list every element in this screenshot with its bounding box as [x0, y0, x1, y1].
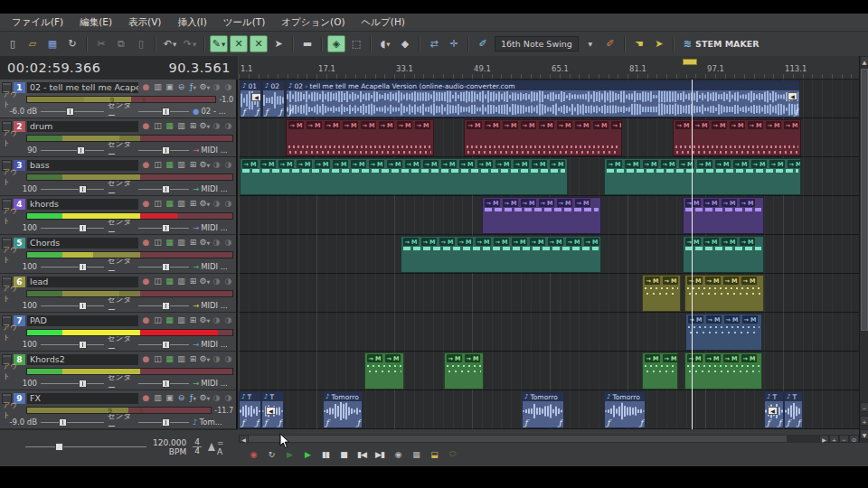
volume-slider[interactable] — [41, 302, 104, 310]
tempo-slider[interactable] — [25, 443, 146, 451]
step-sequencer-icon[interactable]: ⊞ — [187, 353, 199, 365]
step-sequencer-icon[interactable]: ⊞ — [187, 314, 199, 326]
fx-icon[interactable]: ƒ▼ — [187, 392, 199, 405]
freeze-icon[interactable]: ◑ — [211, 81, 222, 93]
menu-item[interactable]: ツール(T) — [215, 16, 274, 29]
menu-item[interactable]: ファイル(F) — [4, 16, 71, 29]
midi-clip[interactable]: → M→ M→ M→ M→ M→ M — [482, 197, 601, 234]
chevron-down-icon[interactable]: ▼ — [581, 35, 599, 52]
midi-output-icon[interactable]: ▦ — [164, 198, 175, 210]
track-header[interactable]: 2drum●◫▦▥⊞⚙▼◑◑アウト90センター→MIDI ... — [0, 118, 236, 157]
track-routing[interactable]: →MIDI ... — [193, 301, 238, 310]
step-sequencer-icon[interactable]: ⊞ — [187, 276, 199, 287]
track-name[interactable]: PAD — [27, 315, 138, 326]
volume-value[interactable]: 100 — [3, 301, 37, 310]
fade-in-icon[interactable]: ƒ — [242, 108, 245, 117]
piano-roll-icon[interactable]: ▥ — [175, 314, 187, 326]
pan-slider-thumb[interactable] — [162, 263, 170, 271]
volume-value[interactable]: 100 — [3, 184, 37, 193]
track-name[interactable]: khords — [27, 199, 138, 210]
audio-clip[interactable]: ♪Tomorroƒƒ — [522, 391, 564, 428]
track-name[interactable]: bass — [27, 160, 138, 171]
track-header[interactable]: 7PAD●◫▦▥⊞⚙▼◑◑アウト100センター→MIDI ... — [0, 313, 236, 352]
volume-value[interactable]: 100 — [3, 379, 37, 388]
open-project-button[interactable]: ▱ — [24, 35, 42, 52]
marker-button[interactable]: ⬭ — [445, 447, 459, 461]
record-arm-icon[interactable]: ● — [140, 276, 152, 287]
phase-icon[interactable]: ▣ — [164, 81, 175, 93]
selection-tool-button[interactable]: ➤ — [269, 35, 288, 52]
loop-region-button[interactable]: ⬓ — [427, 447, 441, 461]
fade-in-icon[interactable]: ƒ — [264, 418, 267, 427]
audio-clip[interactable]: ♪Tƒƒ — [239, 391, 261, 428]
midi-clip[interactable]: → M→ M→ M→ M→ M→ M→ M→ M→ M→ M→ M — [401, 236, 601, 273]
volume-slider[interactable] — [41, 380, 104, 388]
freeze-icon[interactable]: ◑ — [211, 120, 222, 132]
track-settings-icon[interactable]: ⚙▼ — [199, 353, 211, 366]
volume-slider[interactable] — [41, 224, 104, 232]
volume-slider[interactable] — [41, 185, 104, 193]
bus-assign-icon[interactable]: ◑ — [222, 353, 234, 365]
undo-button[interactable]: ↶▼ — [161, 35, 179, 52]
track-settings-icon[interactable]: ⚙▼ — [199, 314, 211, 327]
track-routing[interactable]: ♪Tom... — [193, 418, 238, 427]
fade-in-icon[interactable]: ƒ — [607, 418, 609, 427]
fade-out-icon[interactable]: ƒ — [559, 418, 561, 427]
step-sequencer-icon[interactable]: ⊞ — [187, 198, 199, 210]
zoom-out-track-button[interactable]: − — [860, 402, 868, 412]
scroll-up-button[interactable]: ▲ — [860, 56, 868, 66]
menu-item[interactable]: 表示(V) — [120, 16, 169, 29]
go-to-start-button[interactable]: ▮◀ — [354, 447, 369, 461]
fade-out-icon[interactable]: ƒ — [795, 108, 797, 117]
fade-out-icon[interactable]: ƒ — [778, 418, 781, 427]
track-header[interactable]: 4khords●◫▦▥⊞⚙▼◑◑アウト100センター→MIDI ... — [0, 196, 236, 235]
loop-marker[interactable] — [683, 59, 697, 65]
track-settings-icon[interactable]: ⚙▼ — [199, 120, 211, 133]
menu-item[interactable]: オプション(O) — [273, 16, 353, 29]
scroll-left-button[interactable]: ◀ — [239, 435, 249, 443]
vertical-scrollbar[interactable]: ▲−+▼ — [859, 56, 868, 443]
track-header[interactable]: 3bass●◫▦▥⊞⚙▼◑◑アウト100センター→MIDI ... — [0, 157, 236, 196]
fade-in-icon[interactable]: ƒ — [265, 108, 268, 117]
menu-item[interactable]: 編集(E) — [71, 16, 120, 29]
mute-icon[interactable]: ⊖ — [175, 392, 187, 404]
refresh-button[interactable]: ↻ — [63, 35, 81, 52]
draw-tool-button[interactable]: ✎▼ — [210, 35, 228, 52]
audio-clip[interactable]: ♪Tomorroƒƒ — [323, 391, 363, 428]
volume-value[interactable]: -9.0 dB — [3, 418, 37, 427]
drum-grid-icon[interactable]: ◫ — [152, 353, 164, 365]
piano-roll-icon[interactable]: ▥ — [175, 159, 187, 171]
volume-slider-thumb[interactable] — [79, 302, 87, 310]
midi-clip[interactable]: → M→ M→ M→ M — [684, 275, 764, 312]
bpm-value[interactable]: 120.000 — [153, 438, 186, 447]
snap-magnet-button[interactable]: ◖▼ — [376, 35, 394, 52]
volume-slider-thumb[interactable] — [79, 224, 87, 232]
horizontal-scrollbar[interactable]: ◀▶+−⊙ — [239, 435, 859, 443]
track-name[interactable]: drum — [27, 121, 138, 132]
track-name[interactable]: Chords — [27, 238, 138, 249]
audio-clip[interactable]: ♪02 - tell me tell me Acapella Version (… — [286, 80, 800, 117]
midi-clip[interactable]: → M→ M→ M→ M — [683, 197, 764, 234]
midi-clip[interactable]: → M→ M — [642, 352, 678, 389]
pan-slider[interactable] — [138, 185, 189, 193]
volume-value[interactable]: 90 — [3, 145, 37, 155]
fade-in-icon[interactable]: ƒ — [326, 418, 328, 427]
freeze-icon[interactable]: ◑ — [211, 198, 222, 210]
pan-slider[interactable] — [138, 418, 189, 427]
pan-slider[interactable] — [138, 146, 189, 155]
time-position-value[interactable]: 00:02:59.366 — [7, 61, 100, 75]
meter-icon[interactable]: ▥ — [152, 81, 164, 93]
volume-value[interactable]: 100 — [3, 340, 37, 349]
fade-out-icon[interactable]: ƒ — [256, 418, 259, 427]
new-file-button[interactable]: ▯ — [4, 35, 22, 52]
midi-clip[interactable]: → M→ M — [444, 352, 484, 389]
volume-slider-thumb[interactable] — [79, 341, 87, 349]
track-name[interactable]: FX — [27, 393, 138, 404]
bus-assign-icon[interactable]: ◑ — [222, 120, 234, 132]
freeze-icon[interactable]: ◑ — [211, 237, 222, 249]
drum-grid-icon[interactable]: ◫ — [152, 276, 164, 287]
track-routing[interactable]: →MIDI ... — [193, 184, 238, 193]
clip-overflow-arrow-icon[interactable]: ◀ — [768, 407, 778, 415]
pan-slider[interactable] — [138, 380, 189, 388]
volume-slider-thumb[interactable] — [77, 146, 85, 155]
